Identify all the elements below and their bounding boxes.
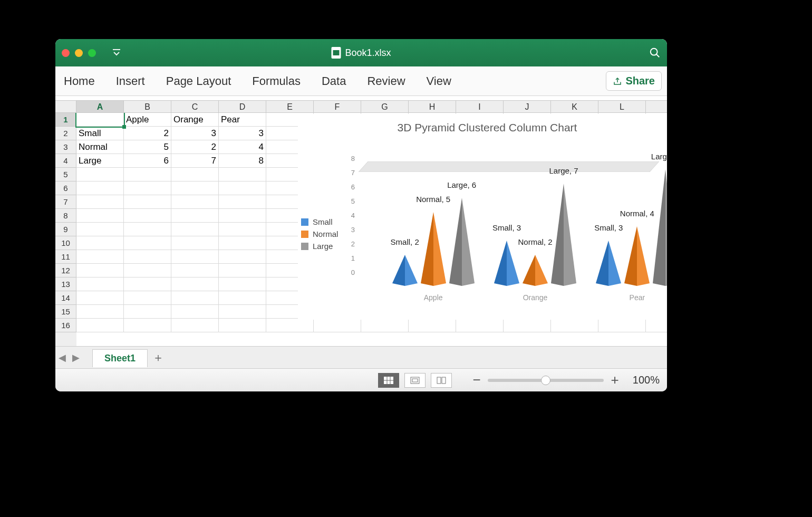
row-header-4[interactable]: 4 <box>55 154 76 168</box>
cell[interactable]: Large <box>76 154 124 167</box>
column-header-J[interactable]: J <box>504 101 551 112</box>
column-header-C[interactable]: C <box>171 101 219 112</box>
column-header-K[interactable]: K <box>551 101 598 112</box>
column-header-G[interactable]: G <box>361 101 409 112</box>
cell[interactable] <box>76 319 124 332</box>
cell[interactable] <box>76 168 124 181</box>
ribbon-tab-insert[interactable]: Insert <box>113 71 148 91</box>
cell[interactable] <box>171 195 219 208</box>
cell[interactable] <box>171 250 219 263</box>
zoom-slider-thumb[interactable] <box>541 376 550 385</box>
cell[interactable] <box>551 319 598 332</box>
cell[interactable] <box>266 319 314 332</box>
cell[interactable]: 2 <box>124 127 171 140</box>
ribbon-tab-view[interactable]: View <box>423 71 455 91</box>
zoom-slider[interactable] <box>488 379 604 382</box>
row-header-9[interactable]: 9 <box>55 223 76 236</box>
zoom-level[interactable]: 100% <box>626 374 660 386</box>
cell[interactable] <box>219 305 266 318</box>
cell[interactable] <box>171 305 219 318</box>
cell[interactable] <box>314 319 361 332</box>
new-sheet-button[interactable]: ＋ <box>148 350 169 366</box>
column-header-L[interactable]: L <box>598 101 646 112</box>
cell[interactable] <box>76 223 124 236</box>
cell[interactable] <box>124 195 171 208</box>
zoom-out-button[interactable]: − <box>471 372 482 388</box>
close-window-button[interactable] <box>62 49 70 57</box>
cell[interactable] <box>171 209 219 222</box>
cell[interactable] <box>219 277 266 291</box>
cell[interactable]: 4 <box>219 140 266 154</box>
row-header-14[interactable]: 14 <box>55 291 76 305</box>
cell[interactable] <box>409 319 456 332</box>
cell[interactable]: 6 <box>124 154 171 167</box>
row-header-3[interactable]: 3 <box>55 140 76 154</box>
cell[interactable] <box>219 223 266 236</box>
ribbon-tab-home[interactable]: Home <box>61 71 98 91</box>
search-icon[interactable] <box>649 47 661 59</box>
select-all-corner[interactable] <box>55 101 76 112</box>
row-header-15[interactable]: 15 <box>55 305 76 319</box>
cell[interactable] <box>171 264 219 277</box>
cell[interactable] <box>124 250 171 263</box>
ribbon-tab-page-layout[interactable]: Page Layout <box>163 71 235 91</box>
cell[interactable]: 8 <box>219 154 266 167</box>
ribbon-tab-formulas[interactable]: Formulas <box>249 71 304 91</box>
cell[interactable] <box>76 181 124 195</box>
cell[interactable]: 7 <box>171 154 219 167</box>
cell[interactable] <box>219 291 266 304</box>
row-header-6[interactable]: 6 <box>55 181 76 195</box>
column-header-B[interactable]: B <box>124 101 171 112</box>
cell[interactable] <box>124 181 171 195</box>
cell[interactable] <box>124 319 171 332</box>
cell[interactable] <box>76 209 124 222</box>
cell[interactable]: Apple <box>124 113 171 126</box>
cell[interactable] <box>219 168 266 181</box>
cell[interactable] <box>76 195 124 208</box>
row-header-8[interactable]: 8 <box>55 209 76 223</box>
share-button[interactable]: Share <box>606 71 662 91</box>
cell[interactable] <box>76 250 124 263</box>
row-header-1[interactable]: 1 <box>55 113 76 127</box>
minimize-window-button[interactable] <box>75 49 83 57</box>
cell[interactable] <box>124 264 171 277</box>
sheet-tab-active[interactable]: Sheet1 <box>92 349 148 367</box>
cell[interactable] <box>124 277 171 291</box>
cell[interactable] <box>219 264 266 277</box>
column-header-F[interactable]: F <box>314 101 361 112</box>
view-normal-button[interactable] <box>378 373 399 388</box>
row-header-11[interactable]: 11 <box>55 250 76 264</box>
ribbon-tab-review[interactable]: Review <box>364 71 408 91</box>
row-header-7[interactable]: 7 <box>55 195 76 209</box>
row-header-16[interactable]: 16 <box>55 319 76 332</box>
cell[interactable]: Small <box>76 127 124 140</box>
cell[interactable]: 3 <box>171 127 219 140</box>
column-header-I[interactable]: I <box>456 101 504 112</box>
row-header-5[interactable]: 5 <box>55 168 76 181</box>
cell[interactable] <box>219 236 266 250</box>
cell[interactable] <box>456 319 504 332</box>
zoom-in-button[interactable]: + <box>609 372 621 388</box>
cell[interactable] <box>171 168 219 181</box>
cell[interactable] <box>124 209 171 222</box>
cell[interactable] <box>219 250 266 263</box>
maximize-window-button[interactable] <box>88 49 96 57</box>
cell[interactable]: Pear <box>219 113 266 126</box>
cell[interactable] <box>219 209 266 222</box>
cell[interactable] <box>76 291 124 304</box>
row-header-10[interactable]: 10 <box>55 236 76 250</box>
cell[interactable] <box>598 319 646 332</box>
cell[interactable]: 5 <box>124 140 171 154</box>
cell[interactable] <box>171 223 219 236</box>
view-page-layout-button[interactable] <box>404 373 426 388</box>
cell[interactable] <box>361 319 409 332</box>
column-header-D[interactable]: D <box>219 101 266 112</box>
column-header-H[interactable]: H <box>409 101 456 112</box>
cell[interactable] <box>171 291 219 304</box>
cell[interactable]: Orange <box>171 113 219 126</box>
cell[interactable] <box>76 113 124 126</box>
cell[interactable]: 2 <box>171 140 219 154</box>
cell[interactable] <box>219 195 266 208</box>
cell[interactable] <box>76 236 124 250</box>
cell[interactable]: 3 <box>219 127 266 140</box>
